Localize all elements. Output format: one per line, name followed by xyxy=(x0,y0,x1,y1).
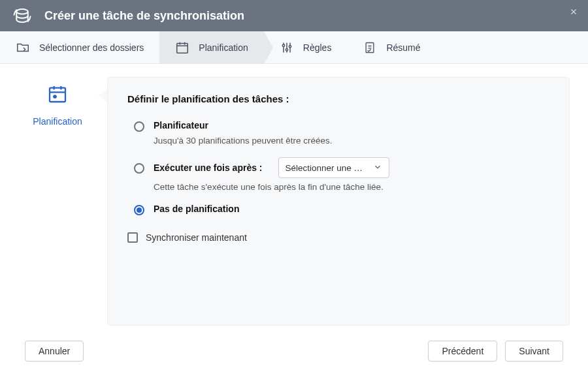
svg-point-4 xyxy=(289,45,291,47)
pointer-triangle xyxy=(98,89,107,102)
panel-heading: Définir le planification des tâches : xyxy=(127,93,549,104)
wizard-footer: Annuler Précédent Suivant xyxy=(0,332,588,370)
chevron-down-icon xyxy=(373,162,382,174)
svg-rect-1 xyxy=(177,43,188,53)
step-select-folders[interactable]: Sélectionner des dossiers xyxy=(0,31,159,63)
calendar-icon xyxy=(175,40,189,55)
option-desc-scheduler: Jusqu'à 30 planifications peuvent être c… xyxy=(154,136,549,146)
step-label: Règles xyxy=(303,42,332,53)
step-label: Sélectionner des dossiers xyxy=(39,42,144,53)
svg-rect-5 xyxy=(367,42,374,52)
option-label-scheduler: Planificateur xyxy=(154,120,208,131)
svg-point-0 xyxy=(16,9,28,14)
radio-scheduler[interactable] xyxy=(134,121,144,132)
cancel-button[interactable]: Annuler xyxy=(25,341,84,362)
calendar-icon xyxy=(46,82,69,106)
sync-now-label: Synchroniser maintenant xyxy=(146,232,247,243)
settings-panel: Définir le planification des tâches : Pl… xyxy=(107,77,570,326)
svg-point-7 xyxy=(54,95,56,97)
radio-run-once-after[interactable] xyxy=(134,163,144,174)
linked-task-select[interactable]: Sélectionner une … xyxy=(278,157,389,178)
folder-arrow-icon xyxy=(16,40,30,55)
wizard-title: Créer une tâche de synchronisation xyxy=(44,9,244,23)
step-label: Planification xyxy=(199,42,248,53)
titlebar: Créer une tâche de synchronisation xyxy=(0,0,588,31)
wizard-steps: Sélectionner des dossiers Planification … xyxy=(0,31,588,64)
option-label-no-schedule: Pas de planification xyxy=(154,204,239,214)
previous-button[interactable]: Précédent xyxy=(428,341,497,362)
option-desc-run-once: Cette tâche s'exécute une fois après la … xyxy=(154,182,549,192)
clipboard-check-icon xyxy=(363,40,377,55)
radio-no-schedule[interactable] xyxy=(134,205,144,215)
step-label: Résumé xyxy=(386,42,420,53)
svg-point-2 xyxy=(282,44,284,46)
option-label-run-once: Exécuter une fois après : xyxy=(154,162,263,173)
step-rules[interactable]: Règles xyxy=(264,31,348,63)
sliders-icon xyxy=(280,40,294,55)
select-placeholder: Sélectionner une … xyxy=(286,163,363,173)
next-button[interactable]: Suivant xyxy=(505,341,563,362)
svg-point-3 xyxy=(286,48,287,50)
step-indicator-label: Planification xyxy=(18,116,97,127)
sync-app-icon xyxy=(10,4,34,27)
sync-now-checkbox[interactable] xyxy=(127,232,138,243)
step-summary[interactable]: Résumé xyxy=(347,31,436,63)
svg-rect-6 xyxy=(50,88,65,102)
close-icon[interactable] xyxy=(567,5,580,18)
step-planning[interactable]: Planification xyxy=(159,31,264,63)
step-indicator-card: Planification xyxy=(18,77,97,326)
